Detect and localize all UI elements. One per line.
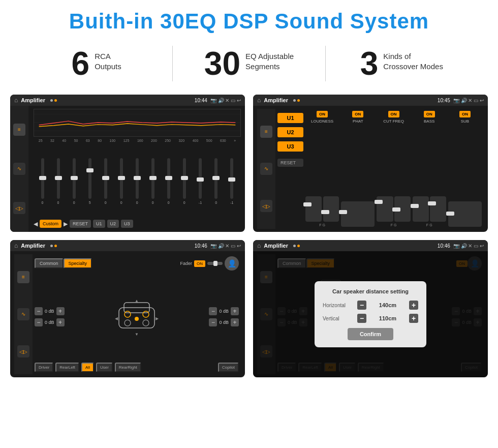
slider-track-8[interactable] bbox=[167, 158, 170, 199]
svg-text:▶: ▶ bbox=[155, 316, 159, 321]
db-minus-3[interactable]: − bbox=[209, 307, 217, 315]
slider-thumb-11[interactable] bbox=[212, 176, 220, 180]
slider-track-4[interactable] bbox=[104, 158, 107, 199]
horizontal-minus-btn[interactable]: − bbox=[357, 301, 366, 310]
eq-preset-reset[interactable]: RESET bbox=[70, 220, 91, 228]
fader-thumb[interactable] bbox=[213, 261, 217, 266]
amp2-icon-wave[interactable]: ∿ bbox=[260, 163, 272, 175]
cutfreq-thumb-1[interactable] bbox=[375, 200, 383, 204]
bass-on-btn[interactable]: ON bbox=[424, 111, 435, 117]
slider-thumb-7[interactable] bbox=[149, 176, 157, 180]
db-plus-3[interactable]: + bbox=[231, 307, 239, 315]
slider-track-2[interactable] bbox=[73, 158, 76, 199]
db-minus-2[interactable]: − bbox=[35, 318, 43, 326]
sub-track[interactable] bbox=[448, 201, 482, 227]
eq-preset-u1[interactable]: U1 bbox=[93, 220, 105, 228]
fader-track[interactable] bbox=[207, 262, 223, 265]
slider-thumb-5[interactable] bbox=[118, 176, 125, 180]
loudness-track-1[interactable] bbox=[305, 196, 322, 222]
slider-track-10[interactable] bbox=[199, 158, 202, 199]
bass-track-2[interactable] bbox=[430, 196, 446, 222]
amp2-icon-speaker[interactable]: ◁▷ bbox=[260, 200, 272, 212]
loudness-thumb-2[interactable] bbox=[321, 210, 329, 214]
bass-thumb-1[interactable] bbox=[411, 204, 419, 208]
phat-thumb[interactable] bbox=[339, 210, 347, 214]
stat-crossover: 3 Kinds ofCrossover Modes bbox=[336, 47, 468, 80]
slider-thumb-3[interactable] bbox=[86, 168, 94, 172]
db-minus-4[interactable]: − bbox=[209, 318, 217, 326]
phat-track[interactable] bbox=[341, 201, 375, 227]
slider-track-12[interactable] bbox=[230, 158, 233, 199]
eq-preset-custom[interactable]: Custom bbox=[40, 220, 61, 228]
eq-slider-4: 0 bbox=[104, 158, 107, 204]
tab-common[interactable]: Common bbox=[35, 258, 64, 268]
eq-preset-u3[interactable]: U3 bbox=[121, 220, 133, 228]
cutfreq-track-2[interactable] bbox=[394, 196, 411, 222]
btn-all[interactable]: All bbox=[81, 363, 94, 372]
loudness-thumb-1[interactable] bbox=[303, 202, 312, 206]
common-icon-speaker[interactable]: ◁▷ bbox=[17, 345, 29, 357]
amp2-reset-button[interactable]: RESET bbox=[277, 159, 303, 167]
amp2-icon-active[interactable]: ≡ bbox=[260, 126, 272, 138]
slider-track-9[interactable] bbox=[183, 158, 186, 199]
fader-on-btn[interactable]: ON bbox=[194, 260, 205, 267]
btn-rear-right[interactable]: RearRight bbox=[115, 363, 141, 372]
eq-preset-u2[interactable]: U2 bbox=[107, 220, 119, 228]
home-icon-4: ⌂ bbox=[257, 242, 261, 249]
slider-track-0[interactable] bbox=[41, 158, 44, 199]
eq-bottom-controls: ◀ Custom ▶ RESET U1 U2 U3 bbox=[34, 218, 241, 229]
cutfreq-track-1[interactable] bbox=[377, 196, 393, 222]
phat-on-btn[interactable]: ON bbox=[352, 111, 363, 117]
tab-specialty[interactable]: Specialty bbox=[64, 258, 92, 268]
slider-val-9: 0 bbox=[183, 201, 185, 204]
slider-track-11[interactable] bbox=[214, 158, 217, 199]
cutfreq-thumb-2[interactable] bbox=[392, 207, 400, 212]
u2-button[interactable]: U2 bbox=[277, 127, 303, 137]
status-bar-4: ⌂ Amplifier 10:46 📷 🔊 ✕ ▭ ↩ bbox=[253, 240, 488, 251]
slider-thumb-10[interactable] bbox=[197, 177, 204, 182]
slider-thumb-1[interactable] bbox=[55, 176, 62, 180]
bass-thumb-2[interactable] bbox=[428, 201, 436, 205]
prev-icon[interactable]: ◀ bbox=[34, 221, 38, 227]
db-plus-1[interactable]: + bbox=[56, 307, 65, 315]
slider-track-1[interactable] bbox=[57, 158, 60, 199]
eq-icon-active[interactable]: ≡ bbox=[13, 124, 25, 136]
slider-track-3[interactable] bbox=[88, 158, 91, 199]
eq-icon-speaker[interactable]: ◁▷ bbox=[13, 202, 25, 214]
play-icon[interactable]: ▶ bbox=[64, 221, 68, 227]
slider-thumb-6[interactable] bbox=[134, 176, 141, 180]
slider-thumb-12[interactable] bbox=[228, 177, 235, 182]
slider-track-6[interactable] bbox=[136, 158, 139, 199]
slider-thumb-8[interactable] bbox=[165, 176, 172, 180]
slider-thumb-2[interactable] bbox=[71, 176, 78, 180]
db-minus-1[interactable]: − bbox=[35, 307, 43, 315]
slider-thumb-9[interactable] bbox=[181, 176, 188, 180]
confirm-button[interactable]: Confirm bbox=[348, 328, 393, 340]
dialog-vertical-row: Vertical − 110cm + bbox=[323, 314, 418, 323]
btn-rear-left[interactable]: RearLeft bbox=[55, 363, 79, 372]
btn-driver[interactable]: Driver bbox=[35, 363, 53, 372]
vertical-minus-btn[interactable]: − bbox=[357, 314, 366, 323]
cutfreq-f-label: F bbox=[391, 223, 393, 227]
slider-track-5[interactable] bbox=[120, 158, 123, 199]
common-icon-eq[interactable]: ≡ bbox=[17, 271, 29, 283]
btn-user[interactable]: User bbox=[96, 363, 113, 372]
slider-thumb-4[interactable] bbox=[102, 176, 109, 180]
slider-thumb-0[interactable] bbox=[39, 176, 46, 180]
sub-on-btn[interactable]: ON bbox=[459, 111, 471, 117]
horizontal-plus-btn[interactable]: + bbox=[409, 301, 418, 310]
vertical-plus-btn[interactable]: + bbox=[409, 314, 418, 323]
eq-icon-wave[interactable]: ∿ bbox=[13, 163, 25, 175]
cutfreq-on-btn[interactable]: ON bbox=[388, 111, 399, 117]
u3-button[interactable]: U3 bbox=[277, 141, 303, 152]
common-icon-wave[interactable]: ∿ bbox=[17, 308, 29, 320]
btn-copilot[interactable]: Copilot bbox=[218, 363, 239, 372]
db-plus-4[interactable]: + bbox=[231, 318, 239, 326]
bass-track-1[interactable] bbox=[413, 196, 429, 222]
sub-thumb[interactable] bbox=[446, 212, 454, 216]
loudness-on-btn[interactable]: ON bbox=[317, 111, 328, 117]
slider-track-7[interactable] bbox=[151, 158, 154, 199]
loudness-track-2[interactable] bbox=[323, 196, 339, 222]
u1-button[interactable]: U1 bbox=[277, 113, 303, 123]
db-plus-2[interactable]: + bbox=[56, 318, 65, 326]
